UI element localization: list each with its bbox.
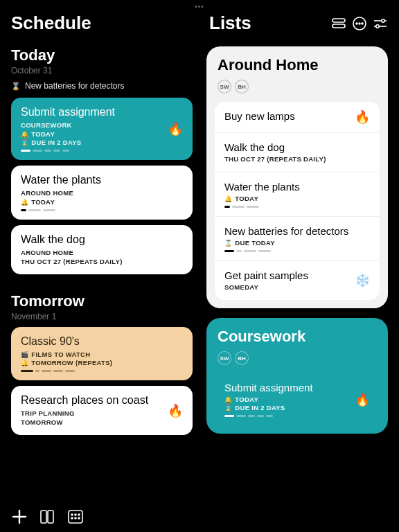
avatar[interactable]: SW — [218, 351, 231, 365]
task-card[interactable]: Classic 90's🎬FILMS TO WATCH🔔TOMORROW (RE… — [11, 327, 193, 380]
meta-text: DUE IN 2 DAYS — [31, 139, 81, 146]
task-meta: SOMEDAY — [224, 283, 370, 291]
lists-title: Lists — [206, 12, 251, 34]
schedule-header: Schedule — [11, 12, 193, 34]
meta-text: FILMS TO WATCH — [31, 351, 90, 358]
avatars: SWBH — [215, 351, 380, 365]
schedule-column: Schedule Today October 31 ⌛ New batterie… — [0, 12, 200, 532]
schedule-title: Schedule — [11, 12, 91, 34]
list-item[interactable]: New batteries for detectors⌛DUE TODAY — [215, 217, 380, 261]
svg-point-16 — [75, 514, 76, 515]
meta-icon: 🔔 — [21, 199, 28, 206]
task-meta: 🔔TODAY — [224, 195, 370, 202]
meta-icon: 🔔 — [224, 396, 232, 403]
overdue-row[interactable]: ⌛ New batteries for detectors — [11, 81, 193, 91]
lists-column: Lists — [200, 12, 399, 532]
list-panel[interactable]: Around HomeSWBHBuy new lamps🔥Walk the do… — [206, 46, 388, 308]
meta-text: DUE IN 2 DAYS — [235, 404, 285, 411]
more-icon[interactable] — [352, 16, 367, 31]
lists-header: Lists — [206, 12, 388, 34]
list-item[interactable]: Buy new lamps🔥 — [215, 102, 380, 133]
task-title: Classic 90's — [21, 335, 183, 348]
task-meta: 🔔TODAY — [21, 130, 183, 138]
task-meta: 🔔TODAY — [224, 396, 370, 403]
meta-text: TOMORROW (REPEATS) — [31, 359, 112, 366]
fire-icon: 🔥 — [168, 403, 183, 418]
avatar[interactable]: BH — [235, 351, 249, 365]
header-icons — [331, 16, 388, 31]
avatar[interactable]: BH — [235, 80, 249, 94]
task-meta: ⌛DUE IN 2 DAYS — [21, 139, 183, 146]
meta-text: TODAY — [235, 195, 258, 202]
list-item[interactable]: Water the plants🔔TODAY — [215, 172, 380, 217]
task-title: Water the plants — [21, 174, 183, 186]
task-list-label: AROUND HOME — [21, 189, 183, 197]
meta-text: THU OCT 27 (REPEATS DAILY) — [224, 155, 326, 163]
view-toggle-icon[interactable] — [331, 16, 346, 31]
today-section: Today October 31 ⌛ New batteries for det… — [11, 46, 193, 274]
task-card[interactable]: Walk the dogAROUND HOMETHU OCT 27 (REPEA… — [11, 225, 193, 274]
meta-text: TODAY — [31, 130, 55, 138]
avatar[interactable]: SW — [218, 80, 231, 94]
task-meta: 🔔TODAY — [21, 198, 183, 206]
fire-icon: 🔥 — [355, 109, 370, 125]
task-title: Walk the dog — [21, 233, 183, 246]
svg-point-4 — [359, 23, 360, 24]
meta-icon: ⌛ — [224, 240, 232, 247]
task-card[interactable]: Submit assignmentCOURSEWORK🔔TODAY⌛DUE IN… — [11, 98, 193, 160]
hourglass-icon: ⌛ — [11, 82, 21, 91]
meta-icon: 🔔 — [21, 360, 28, 366]
svg-rect-14 — [69, 511, 82, 523]
snowflake-icon: ❄️ — [355, 273, 370, 288]
meta-text: TODAY — [31, 198, 55, 206]
meta-text: SOMEDAY — [224, 283, 258, 291]
fire-icon: 🔥 — [355, 392, 370, 407]
list-item-title: Submit assignment — [224, 382, 370, 393]
meta-text: TODAY — [235, 396, 258, 403]
task-meta: 🎬FILMS TO WATCH — [21, 351, 183, 358]
task-list-label: AROUND HOME — [21, 249, 183, 256]
drag-indicator: ••• — [195, 3, 204, 10]
list-panel-title: Around Home — [215, 56, 380, 74]
task-meta: ⌛DUE IN 2 DAYS — [224, 404, 370, 411]
task-card[interactable]: Water the plantsAROUND HOME🔔TODAY — [11, 166, 193, 220]
meta-text: DUE TODAY — [235, 239, 275, 247]
meta-icon: ⌛ — [224, 405, 232, 411]
list-item-title: Water the plants — [224, 181, 370, 193]
meta-text: THU OCT 27 (REPEATS DAILY) — [21, 258, 123, 265]
meta-icon: 🎬 — [21, 351, 28, 358]
task-meta: THU OCT 27 (REPEATS DAILY) — [21, 258, 183, 265]
add-button[interactable] — [11, 508, 28, 525]
task-title: Submit assignment — [21, 106, 183, 118]
fire-icon: 🔥 — [168, 121, 183, 136]
svg-rect-13 — [48, 511, 53, 523]
task-meta: TOMORROW — [21, 418, 183, 426]
tomorrow-heading: Tomorrow — [11, 292, 193, 310]
task-list-label: TRIP PLANNING — [21, 409, 183, 417]
settings-toggle-icon[interactable] — [373, 16, 388, 31]
list-item-title: Get paint samples — [224, 269, 370, 281]
list-panel[interactable]: CourseworkSWBHSubmit assignment🔔TODAY⌛DU… — [206, 318, 388, 434]
task-meta: ⌛DUE TODAY — [224, 239, 370, 247]
task-list-label: COURSEWORK — [21, 121, 183, 129]
meta-icon: 🔔 — [21, 131, 28, 138]
tomorrow-date: November 1 — [11, 312, 193, 321]
list-item-title: Walk the dog — [224, 141, 370, 153]
calendar-button[interactable] — [68, 510, 83, 524]
svg-point-9 — [376, 24, 379, 27]
list-item[interactable]: Get paint samplesSOMEDAY❄️ — [215, 261, 380, 300]
svg-point-20 — [78, 517, 80, 519]
task-card[interactable]: Research places on coastTRIP PLANNINGTOM… — [11, 386, 193, 435]
svg-point-15 — [71, 514, 73, 515]
list-item[interactable]: Submit assignment🔔TODAY⌛DUE IN 2 DAYS🔥 — [215, 373, 380, 425]
list-item[interactable]: Walk the dogTHU OCT 27 (REPEATS DAILY) — [215, 133, 380, 172]
columns: Schedule Today October 31 ⌛ New batterie… — [0, 0, 399, 532]
list-item-title: Buy new lamps — [224, 110, 370, 122]
svg-rect-1 — [332, 24, 345, 28]
lists-button[interactable] — [40, 510, 55, 524]
svg-rect-0 — [332, 19, 345, 22]
svg-point-7 — [382, 19, 384, 21]
meta-icon: 🔔 — [224, 195, 232, 202]
today-heading: Today — [11, 46, 193, 64]
svg-point-17 — [78, 514, 80, 515]
